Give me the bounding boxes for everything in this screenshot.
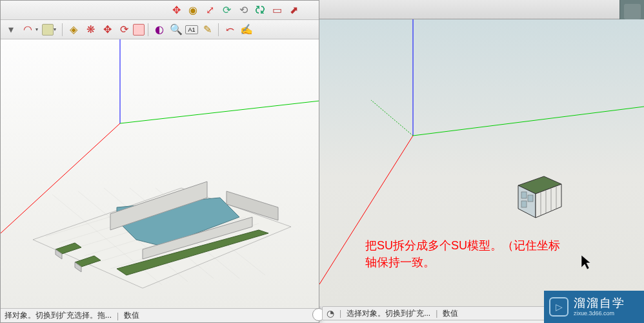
move-icon[interactable]: ✥ xyxy=(168,3,184,18)
svg-marker-38 xyxy=(581,255,590,269)
left-viewport[interactable] xyxy=(1,39,319,308)
toolbar-top: ✥ ◉ ⤢ ⟳ ⟲ 🗘 ▭ ⬈ xyxy=(1,1,319,20)
status-tool-icon: ◔ xyxy=(327,308,334,318)
separator xyxy=(148,23,148,36)
status-hint: 选择对象。切换到扩充... xyxy=(347,308,430,319)
paint-icon[interactable]: ✎ xyxy=(199,22,215,37)
svg-rect-37 xyxy=(521,201,527,207)
palette-icon[interactable]: ◐ xyxy=(152,22,167,37)
landscape-model xyxy=(14,169,304,298)
right-window: 把SU拆分成多个SU模型。（记住坐标 轴保持一致。 ◔ | 选择对象。切换到扩充… xyxy=(319,0,644,323)
separator xyxy=(62,23,63,36)
rotate-ccw-icon[interactable]: ⟲ xyxy=(236,3,251,18)
right-toolbar-bg xyxy=(319,0,644,19)
redo-icon[interactable]: ⤺ xyxy=(222,22,237,37)
left-status-bar: 择对象。切换到扩充选择。拖... | 数值 xyxy=(1,308,319,322)
svg-line-27 xyxy=(371,100,413,136)
svg-line-2 xyxy=(120,101,319,123)
svg-rect-36 xyxy=(528,195,533,202)
separator xyxy=(218,23,219,36)
status-hint: 择对象。切换到扩充选择。拖... xyxy=(5,310,112,321)
brush-icon[interactable]: ⬈ xyxy=(286,3,301,18)
rect-icon[interactable]: ▭ xyxy=(269,3,285,18)
rect-dropdown[interactable]: ▾ xyxy=(54,26,59,32)
svg-rect-35 xyxy=(521,192,527,198)
watermark: ▷ 溜溜自学 zixue.3d66.com xyxy=(544,291,644,323)
scale-icon[interactable]: ⤢ xyxy=(202,3,217,18)
annotation-cursor-icon xyxy=(579,253,592,273)
text-label-icon[interactable]: A1 xyxy=(185,25,198,34)
annotation-line1: 把SU拆分成多个SU模型。（记住坐标 xyxy=(365,237,560,254)
status-separator: | xyxy=(339,309,341,318)
sidebar-tool-1[interactable] xyxy=(624,4,641,19)
refresh-icon[interactable]: ⟳ xyxy=(116,22,132,37)
play-icon: ▷ xyxy=(549,297,569,317)
rotate-icon[interactable]: ◉ xyxy=(185,3,201,18)
right-viewport[interactable]: 把SU拆分成多个SU模型。（记住坐标 轴保持一致。 xyxy=(319,19,644,306)
left-window: ✥ ◉ ⤢ ⟳ ⟲ 🗘 ▭ ⬈ ▾ ◠ ▾ ▾ ◈ ❋ ✥ ⟳ ◐ 🔍 A1 ✎ xyxy=(0,0,319,323)
value-label: 数值 xyxy=(443,308,458,319)
select-rect-icon[interactable] xyxy=(133,24,145,36)
search-icon[interactable]: 🔍 xyxy=(168,22,184,37)
arc-dropdown[interactable]: ▾ xyxy=(35,26,41,32)
annotation-text: 把SU拆分成多个SU模型。（记住坐标 轴保持一致。 xyxy=(365,237,560,271)
arc-icon[interactable]: ◠ xyxy=(20,22,35,37)
watermark-text: 溜溜自学 zixue.3d66.com xyxy=(574,297,625,317)
status-separator: | xyxy=(436,309,438,318)
brush2-icon[interactable]: ✍ xyxy=(239,22,254,37)
watermark-url: zixue.3d66.com xyxy=(574,310,625,317)
status-separator: | xyxy=(117,311,119,320)
building-model xyxy=(508,171,567,223)
svg-line-26 xyxy=(413,107,644,136)
rotate-cw-icon[interactable]: ⟳ xyxy=(219,3,234,18)
dropdown-1[interactable]: ▾ xyxy=(3,22,19,37)
rect-fill-icon[interactable] xyxy=(42,24,54,36)
anchor-icon[interactable]: ◈ xyxy=(66,22,81,37)
watermark-title: 溜溜自学 xyxy=(574,297,625,311)
value-label: 数值 xyxy=(124,310,139,321)
annotation-line2: 轴保持一致。 xyxy=(365,254,560,271)
toolbar-second: ▾ ◠ ▾ ▾ ◈ ❋ ✥ ⟳ ◐ 🔍 A1 ✎ ⤺ ✍ xyxy=(1,20,319,39)
move4-icon[interactable]: ✥ xyxy=(99,22,115,37)
sync-icon[interactable]: 🗘 xyxy=(252,3,268,18)
swirl-icon[interactable]: ❋ xyxy=(83,22,98,37)
